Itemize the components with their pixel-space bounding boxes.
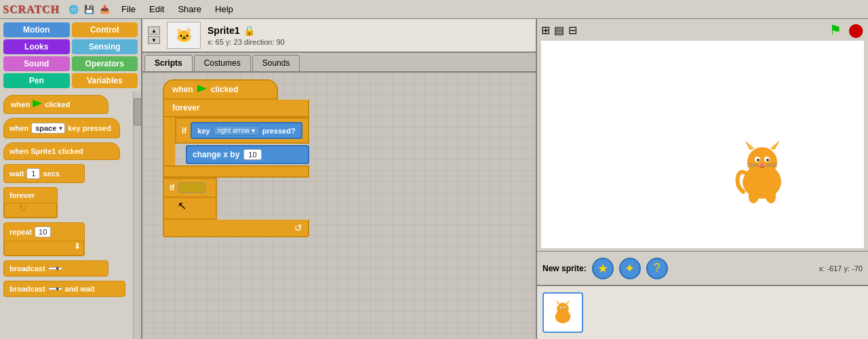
- block-broadcast[interactable]: broadcast: [3, 260, 108, 277]
- block-when-sprite-clicked[interactable]: when Sprite1 clicked: [3, 142, 120, 160]
- top-bar: SCRATCH 🌐 💾 📤 File Edit Share Help: [0, 0, 868, 19]
- sprite-info: Sprite1 🔒 x: 65 y: 23 direction: 90: [208, 25, 285, 46]
- wait-input[interactable]: 1: [26, 168, 40, 179]
- menu-bar: File Edit Share Help: [119, 3, 236, 16]
- menu-share[interactable]: Share: [175, 3, 204, 16]
- sprites-list: [537, 285, 868, 339]
- block-when-flag-clicked[interactable]: when clicked: [3, 95, 108, 114]
- layout-icon-3[interactable]: ⊟: [568, 24, 577, 37]
- sprite-header: ▲ ▼ 🐱 Sprite1 🔒 x: 65 y: 23 direction: 9…: [142, 19, 536, 53]
- category-looks[interactable]: Looks: [3, 39, 70, 54]
- tab-costumes[interactable]: Costumes: [194, 55, 251, 71]
- create-sprite-surprise[interactable]: ?: [646, 258, 668, 279]
- layout-icon-2[interactable]: ▤: [554, 24, 564, 37]
- green-flag-icon-large: ⚑: [829, 22, 842, 38]
- green-flag-button[interactable]: ⚑: [827, 22, 844, 38]
- svg-point-1: [747, 147, 777, 177]
- scripts-area[interactable]: when clicked forever: [142, 73, 536, 339]
- broadcast-wait-label: broadcast: [9, 285, 45, 293]
- share-icon-top[interactable]: 📤: [98, 3, 111, 16]
- if2-body: ↖: [163, 198, 217, 213]
- block-wait[interactable]: wait 1 secs: [3, 164, 85, 183]
- scroll-thumb[interactable]: [134, 98, 141, 125]
- stop-icon: ⬤: [848, 22, 863, 38]
- nav-down[interactable]: ▼: [148, 36, 160, 44]
- sprite-name-row: Sprite1 🔒: [208, 25, 285, 36]
- forever-close: ↺: [163, 220, 309, 237]
- sprite-thumbnail: 🐱: [167, 22, 201, 49]
- create-sprite-from-file[interactable]: ✦: [619, 258, 641, 279]
- repeat-label: repeat: [9, 228, 32, 236]
- new-sprite-label: New sprite:: [542, 264, 587, 273]
- svg-point-24: [564, 307, 566, 308]
- tab-sounds[interactable]: Sounds: [252, 55, 300, 71]
- floppy-icon[interactable]: 💾: [82, 3, 96, 16]
- script-forever-block[interactable]: forever: [163, 100, 309, 117]
- block-when-key[interactable]: when space key pressed: [3, 118, 120, 138]
- key-dropdown[interactable]: space: [31, 123, 65, 134]
- lock-icon[interactable]: 🔒: [243, 25, 255, 36]
- tab-scripts[interactable]: Scripts: [144, 55, 193, 71]
- sprite-tile-1[interactable]: [542, 292, 583, 333]
- sprite-tile-cat: [549, 299, 576, 326]
- if2-block[interactable]: if: [163, 178, 217, 198]
- broadcast-dropdown[interactable]: [48, 267, 62, 270]
- if-condition-row[interactable]: if key right arrow ▾ pressed?: [175, 117, 309, 144]
- if2-inner: ↖: [163, 198, 217, 213]
- secs-label: secs: [43, 170, 59, 178]
- forever-arrow: ↺: [294, 222, 302, 233]
- broadcast-wait-dropdown[interactable]: [48, 287, 62, 290]
- change-x-block[interactable]: change x by 10: [186, 145, 309, 164]
- if2-label: if: [170, 183, 174, 193]
- tab-bar: Scripts Costumes Sounds: [142, 53, 536, 73]
- if-close-1: [163, 165, 309, 178]
- block-repeat[interactable]: repeat 10 ⬇: [3, 222, 85, 256]
- stop-button[interactable]: ⬤: [848, 22, 864, 38]
- block-palette: when clicked when space key pressed when…: [0, 92, 133, 339]
- layout-icon-1[interactable]: ⊞: [541, 24, 550, 37]
- if2-condition-slot[interactable]: [178, 182, 205, 193]
- category-variables[interactable]: Variables: [72, 73, 138, 88]
- category-control[interactable]: Control: [72, 22, 138, 37]
- sprite-name: Sprite1: [208, 25, 239, 36]
- script-if-block-2: if ↖: [163, 178, 309, 220]
- globe-icon[interactable]: 🌐: [66, 3, 80, 16]
- if-content: if key right arrow ▾ pressed?: [175, 117, 309, 165]
- if2-wrapper: if ↖: [163, 178, 217, 220]
- file-star-icon: ✦: [625, 261, 635, 276]
- category-sensing[interactable]: Sensing: [72, 39, 138, 54]
- broadcast-label: broadcast: [9, 264, 45, 273]
- menu-edit[interactable]: Edit: [146, 3, 167, 16]
- create-sprite-from-star[interactable]: ★: [592, 258, 614, 279]
- category-grid: Motion Control Looks Sensing Sound Opera…: [0, 19, 141, 92]
- category-pen[interactable]: Pen: [3, 73, 70, 88]
- right-arrow-input[interactable]: right arrow ▾: [213, 125, 260, 136]
- left-scrollbar[interactable]: [133, 92, 141, 339]
- category-motion[interactable]: Motion: [3, 22, 70, 37]
- block-broadcast-wait[interactable]: broadcast and wait: [3, 281, 125, 297]
- script-hat-block[interactable]: when clicked: [163, 79, 278, 100]
- script-when-label: when: [172, 85, 193, 94]
- sprite-coords: x: 65 y: 23 direction: 90: [208, 38, 285, 46]
- svg-marker-19: [556, 300, 560, 304]
- star-icon: ★: [597, 261, 608, 276]
- menu-help[interactable]: Help: [212, 3, 236, 16]
- key-pressed-label: key pressed: [68, 124, 111, 132]
- change-x-val[interactable]: 10: [243, 149, 261, 160]
- if2-close: [163, 213, 217, 220]
- if-left-edge: [163, 117, 175, 165]
- mouse-cursor-icon: ↖: [178, 199, 186, 212]
- category-operators[interactable]: Operators: [72, 56, 138, 71]
- menu-file[interactable]: File: [119, 3, 138, 16]
- nav-up[interactable]: ▲: [148, 26, 160, 35]
- category-sound[interactable]: Sound: [3, 56, 70, 71]
- block-forever[interactable]: forever ↻: [3, 187, 58, 218]
- script-stack: when clicked forever: [163, 79, 309, 237]
- stage-bottom: New sprite: ★ ✦ ? x: -617 y: -70: [537, 251, 868, 285]
- repeat-input[interactable]: 10: [35, 226, 51, 237]
- stage-coords: x: -617 y: -70: [819, 264, 863, 273]
- stage-canvas[interactable]: [541, 41, 864, 248]
- svg-marker-20: [566, 300, 570, 304]
- left-panel: Motion Control Looks Sensing Sound Opera…: [0, 19, 142, 339]
- key-condition[interactable]: key right arrow ▾ pressed?: [191, 122, 302, 139]
